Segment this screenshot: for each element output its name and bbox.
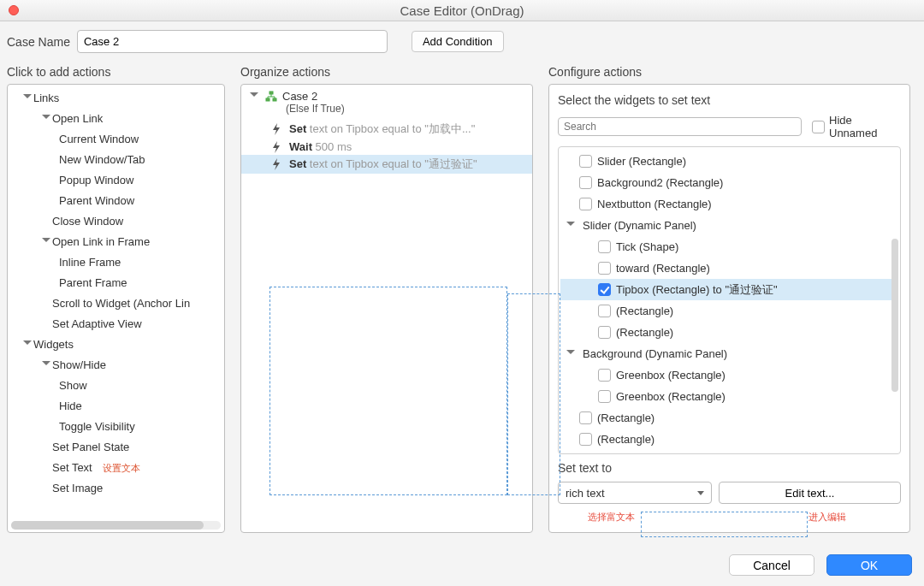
action-row-3[interactable]: Set text on Tipbox equal to "通过验证"	[241, 155, 532, 174]
hide-unnamed-checkbox[interactable]: Hide Unnamed	[812, 114, 901, 139]
bolt-icon	[270, 141, 282, 153]
tree-open-link[interactable]: Open Link	[8, 109, 224, 129]
cancel-button[interactable]: Cancel	[729, 554, 814, 576]
tree-show-hide[interactable]: Show/Hide	[8, 355, 224, 376]
ok-button[interactable]: OK	[826, 554, 912, 576]
chevron-down-icon[interactable]	[566, 349, 576, 359]
bolt-icon	[270, 158, 282, 170]
col3-header: Configure actions	[548, 65, 910, 79]
chevron-down-icon[interactable]	[40, 237, 50, 247]
tree-links[interactable]: Links	[8, 88, 224, 109]
widget-slider-dp[interactable]: Slider (Dynamic Panel)	[560, 215, 898, 236]
widget-search-input[interactable]	[558, 117, 802, 136]
tree-new-window[interactable]: New Window/Tab	[8, 150, 224, 170]
tree-close-window[interactable]: Close Window	[8, 211, 224, 232]
bolt-icon	[270, 123, 282, 135]
annotation-edit: 进入编辑	[808, 511, 846, 524]
h-scrollbar[interactable]	[11, 521, 221, 530]
tree-show[interactable]: Show	[8, 376, 224, 396]
tree-parent-window[interactable]: Parent Window	[8, 191, 224, 211]
widget-nextbutton[interactable]: Nextbutton (Rectangle)	[560, 193, 898, 215]
tree-hide[interactable]: Hide	[8, 396, 224, 417]
widget-tick[interactable]: Tick (Shape)	[560, 236, 898, 257]
v-scrollbar[interactable]	[891, 239, 898, 392]
annotation-rich-text: 选择富文本	[588, 511, 635, 524]
tree-open-link-frame[interactable]: Open Link in Frame	[8, 232, 224, 252]
svg-rect-2	[273, 98, 276, 101]
tree-scroll-widget[interactable]: Scroll to Widget (Anchor Lin	[8, 293, 224, 314]
widget-tipbox[interactable]: Tipbox (Rectangle) to "通过验证"	[560, 279, 898, 300]
actions-panel: Links Open Link Current Window New Windo…	[7, 84, 225, 533]
tree-set-adaptive[interactable]: Set Adaptive View	[8, 314, 224, 334]
widget-slider-rect[interactable]: Slider (Rectangle)	[560, 151, 898, 172]
configure-panel: Select the widgets to set text Hide Unna…	[548, 84, 910, 533]
col2-header: Organize actions	[240, 65, 533, 79]
title-bar: Case Editor (OnDrag)	[0, 0, 924, 21]
widget-rect-1[interactable]: (Rectangle)	[560, 300, 898, 322]
widget-background-dp[interactable]: Background (Dynamic Panel)	[560, 343, 898, 364]
chevron-down-icon[interactable]	[566, 221, 576, 231]
widget-greenbox-2[interactable]: Greenbox (Rectangle)	[560, 386, 898, 407]
case-name-label: Case Name	[7, 35, 70, 49]
tree-inline-frame[interactable]: Inline Frame	[8, 252, 224, 273]
select-widgets-header: Select the widgets to set text	[558, 93, 901, 107]
widget-list: Slider (Rectangle) Background2 (Rectangl…	[558, 146, 901, 454]
widget-rect-2[interactable]: (Rectangle)	[560, 322, 898, 343]
case-name-input[interactable]	[77, 30, 388, 53]
chevron-down-icon[interactable]	[40, 360, 50, 370]
widget-bg2[interactable]: Background2 (Rectangle)	[560, 172, 898, 193]
tree-set-text[interactable]: Set Text设置文本	[8, 458, 224, 478]
widget-rect-3[interactable]: (Rectangle)	[560, 407, 898, 429]
tree-current-window[interactable]: Current Window	[8, 129, 224, 150]
checkbox-checked-icon[interactable]	[598, 283, 611, 296]
set-text-to-label: Set text to	[558, 461, 901, 475]
set-text-annotation: 设置文本	[103, 458, 140, 478]
tree-set-panel-state[interactable]: Set Panel State	[8, 437, 224, 458]
tree-widgets[interactable]: Widgets	[8, 334, 224, 355]
window-title: Case Editor (OnDrag)	[400, 3, 524, 18]
tree-popup-window[interactable]: Popup Window	[8, 170, 224, 191]
tree-parent-frame[interactable]: Parent Frame	[8, 273, 224, 293]
case-label: Case 2	[282, 90, 317, 103]
add-condition-button[interactable]: Add Condition	[412, 31, 504, 52]
case-condition: (Else If True)	[248, 103, 525, 115]
col1-header: Click to add actions	[7, 65, 225, 79]
action-row-1[interactable]: Set text on Tipbox equal to "加载中..."	[241, 120, 532, 139]
tree-toggle[interactable]: Toggle Visibility	[8, 417, 224, 437]
case-icon	[265, 91, 277, 103]
organize-panel: Case 2 (Else If True) Set text on Tipbox…	[240, 84, 533, 533]
text-mode-select[interactable]: rich text	[558, 482, 712, 504]
chevron-down-icon[interactable]	[40, 114, 50, 124]
widget-rect-4[interactable]: (Rectangle)	[560, 429, 898, 450]
tree-set-image[interactable]: Set Image	[8, 478, 224, 499]
chevron-down-icon[interactable]	[21, 340, 32, 350]
chevron-down-icon[interactable]	[21, 93, 32, 104]
action-row-2[interactable]: Wait 500 ms	[241, 139, 532, 155]
chevron-down-icon[interactable]	[248, 92, 258, 102]
widget-toward[interactable]: toward (Rectangle)	[560, 257, 898, 279]
edit-text-button[interactable]: Edit text...	[719, 482, 901, 504]
window-close-dot[interactable]	[9, 5, 19, 15]
widget-greenbox-1[interactable]: Greenbox (Rectangle)	[560, 364, 898, 386]
svg-rect-1	[266, 98, 270, 101]
svg-rect-0	[270, 92, 273, 94]
